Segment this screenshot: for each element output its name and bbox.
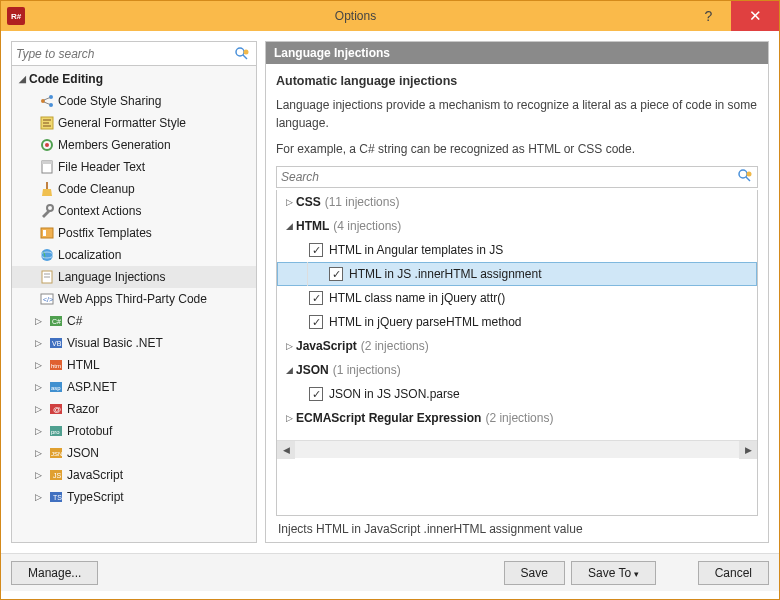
scroll-left-icon[interactable]: ◀ (277, 441, 295, 459)
horizontal-scrollbar[interactable]: ◀▶ (277, 440, 757, 458)
tree-node-context-actions[interactable]: Context Actions (12, 200, 256, 222)
svg-point-20 (41, 249, 53, 261)
checkbox[interactable]: ✓ (309, 315, 323, 329)
svg-text:htm: htm (51, 363, 61, 369)
expand-icon[interactable]: ▷ (32, 381, 45, 394)
injection-item-html-jquery-parse[interactable]: ✓HTML in jQuery parseHTML method (277, 310, 757, 334)
checkbox[interactable]: ✓ (309, 291, 323, 305)
svg-point-0 (236, 48, 244, 56)
svg-text:C#: C# (52, 318, 61, 325)
injection-search-input[interactable] (281, 170, 737, 184)
svg-text:JSN: JSN (51, 451, 62, 457)
tree-node-code-cleanup[interactable]: Code Cleanup (12, 178, 256, 200)
save-to-button[interactable]: Save To (571, 561, 656, 585)
help-button[interactable]: ? (686, 1, 731, 31)
window-title: Options (25, 9, 686, 23)
tree-node-json[interactable]: ▷JSNJSON (12, 442, 256, 464)
svg-text:</>: </> (43, 296, 53, 303)
injection-search-box[interactable] (276, 166, 758, 188)
injection-item-json-parse[interactable]: ✓JSON in JS JSON.parse (277, 382, 757, 406)
tree-node-vbnet[interactable]: ▷VBVisual Basic .NET (12, 332, 256, 354)
ts-icon: TS (48, 489, 64, 505)
svg-line-6 (44, 98, 50, 101)
csharp-icon: C# (48, 313, 64, 329)
panel-header: Language Injections (266, 42, 768, 64)
svg-line-46 (746, 177, 750, 181)
details-pane: Language Injections Automatic language i… (265, 41, 769, 543)
svg-point-4 (49, 95, 53, 99)
tree-node-file-header[interactable]: File Header Text (12, 156, 256, 178)
panel-description-1: Language injections provide a mechanism … (276, 96, 758, 132)
tree-node-web-apps-third-party[interactable]: </>Web Apps Third-Party Code (12, 288, 256, 310)
expand-icon[interactable]: ▷ (32, 491, 45, 504)
svg-point-2 (244, 49, 249, 54)
expand-icon[interactable]: ▷ (32, 447, 45, 460)
tree-node-code-editing[interactable]: ◢ Code Editing (12, 68, 256, 90)
injection-category-css[interactable]: ▷CSS(11 injections) (277, 190, 757, 214)
scroll-right-icon[interactable]: ▶ (739, 441, 757, 459)
page-icon (39, 269, 55, 285)
collapse-icon[interactable]: ◢ (283, 365, 296, 375)
tree-node-code-style-sharing[interactable]: Code Style Sharing (12, 90, 256, 112)
svg-rect-18 (41, 228, 53, 238)
tree-search-input[interactable] (16, 47, 234, 61)
tree-node-members-generation[interactable]: Members Generation (12, 134, 256, 156)
proto-icon: pro (48, 423, 64, 439)
vb-icon: VB (48, 335, 64, 351)
injection-item-html-angular[interactable]: ✓HTML in Angular templates in JS (277, 238, 757, 262)
js-icon: JS (48, 467, 64, 483)
tree-node-csharp[interactable]: ▷C#C# (12, 310, 256, 332)
injection-category-json[interactable]: ◢JSON(1 injections) (277, 358, 757, 382)
svg-point-47 (747, 171, 752, 176)
cancel-button[interactable]: Cancel (698, 561, 769, 585)
tree-node-language-injections[interactable]: Language Injections (12, 266, 256, 288)
injection-tree[interactable]: ▷CSS(11 injections) ◢HTML(4 injections) … (276, 190, 758, 516)
json-icon: JSN (48, 445, 64, 461)
expand-icon[interactable]: ▷ (283, 413, 296, 423)
collapse-icon[interactable]: ◢ (283, 221, 296, 231)
razor-icon: @ (48, 401, 64, 417)
manage-button[interactable]: Manage... (11, 561, 98, 585)
tree-node-razor[interactable]: ▷@Razor (12, 398, 256, 420)
svg-line-1 (243, 55, 247, 59)
dialog-footer: Manage... Save Save To Cancel (1, 553, 779, 591)
collapse-icon[interactable]: ◢ (16, 73, 29, 86)
expand-icon[interactable]: ▷ (283, 341, 296, 351)
checkbox[interactable]: ✓ (329, 267, 343, 281)
tree-node-protobuf[interactable]: ▷proProtobuf (12, 420, 256, 442)
svg-text:pro: pro (51, 429, 60, 435)
template-icon (39, 225, 55, 241)
svg-point-45 (739, 170, 747, 178)
tree-node-general-formatter[interactable]: General Formatter Style (12, 112, 256, 134)
injection-category-regex[interactable]: ▷ECMAScript Regular Expression(2 injecti… (277, 406, 757, 430)
formatter-icon (39, 115, 55, 131)
checkbox[interactable]: ✓ (309, 387, 323, 401)
expand-icon[interactable]: ▷ (32, 337, 45, 350)
expand-icon[interactable]: ▷ (32, 315, 45, 328)
svg-text:@: @ (53, 405, 61, 414)
html-icon: htm (48, 357, 64, 373)
svg-line-7 (44, 102, 50, 105)
expand-icon[interactable]: ▷ (32, 403, 45, 416)
panel-title: Automatic language injections (276, 74, 758, 88)
tree-node-postfix-templates[interactable]: Postfix Templates (12, 222, 256, 244)
save-button[interactable]: Save (504, 561, 565, 585)
injection-category-javascript[interactable]: ▷JavaScript(2 injections) (277, 334, 757, 358)
expand-icon[interactable]: ▷ (32, 425, 45, 438)
tree-search-box[interactable] (12, 42, 256, 66)
tree-node-localization[interactable]: Localization (12, 244, 256, 266)
checkbox[interactable]: ✓ (309, 243, 323, 257)
injection-category-html[interactable]: ◢HTML(4 injections) (277, 214, 757, 238)
injection-item-html-innerhtml[interactable]: ✓HTML in JS .innerHTML assignment (277, 262, 757, 286)
options-tree[interactable]: ◢ Code Editing Code Style Sharing Genera… (12, 66, 256, 542)
tree-node-aspnet[interactable]: ▷aspASP.NET (12, 376, 256, 398)
expand-icon[interactable]: ▷ (32, 469, 45, 482)
svg-point-13 (45, 143, 49, 147)
injection-item-html-jquery-attr[interactable]: ✓HTML class name in jQuery attr() (277, 286, 757, 310)
close-button[interactable]: ✕ (731, 1, 779, 31)
tree-node-javascript[interactable]: ▷JSJavaScript (12, 464, 256, 486)
tree-node-html[interactable]: ▷htmHTML (12, 354, 256, 376)
expand-icon[interactable]: ▷ (32, 359, 45, 372)
tree-node-typescript[interactable]: ▷TSTypeScript (12, 486, 256, 508)
expand-icon[interactable]: ▷ (283, 197, 296, 207)
